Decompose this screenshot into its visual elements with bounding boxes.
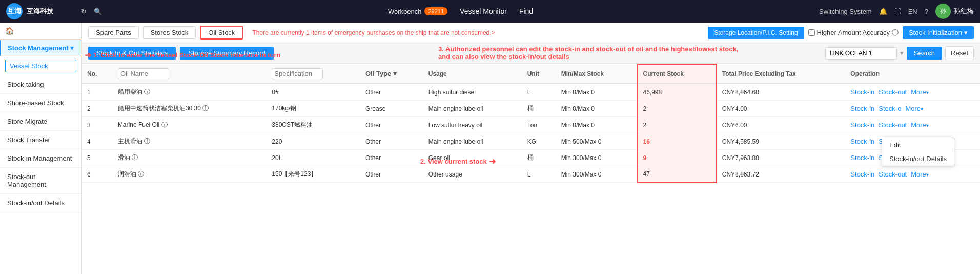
tab-oil-stock[interactable]: Oil Stock bbox=[200, 26, 243, 40]
sidebar-item-stock-out-management[interactable]: Stock-out Management bbox=[0, 168, 81, 194]
cell-no: 3 bbox=[82, 117, 113, 133]
cell-spec: 0# bbox=[267, 84, 360, 101]
stock-out-link[interactable]: Stock-out bbox=[879, 170, 907, 178]
cell-min-max: Min 300/Max 0 bbox=[556, 150, 638, 166]
toolbar-row-1: Spare Parts Stores Stock Oil Stock There… bbox=[82, 23, 980, 43]
tab-spare-parts[interactable]: Spare Parts bbox=[88, 26, 139, 39]
search-button[interactable]: Search bbox=[907, 47, 942, 60]
user-avatar: 孙 bbox=[935, 4, 951, 19]
filter-icon[interactable]: ▾ bbox=[393, 70, 397, 77]
stock-in-link[interactable]: Stock-in bbox=[850, 138, 874, 145]
home-icon[interactable]: 🏠 bbox=[5, 27, 14, 35]
sidebar-item-stock-inout-details[interactable]: Stock-in/out Details bbox=[0, 194, 81, 212]
cell-operation: Stock-in Stock-out More▾ bbox=[845, 84, 980, 101]
more-dropdown-icon: ▾ bbox=[926, 123, 929, 128]
cell-spec: 380CST燃料油 bbox=[267, 117, 360, 133]
storage-location-button[interactable]: Storage Location/P.I.C. Setting bbox=[708, 27, 804, 39]
cell-usage: High sulfur diesel bbox=[423, 84, 522, 101]
shore-based-stock-label: Shore-based Stock bbox=[7, 99, 64, 107]
cell-no: 4 bbox=[82, 133, 113, 150]
cell-total-price: CNY7,963.80 bbox=[717, 150, 846, 166]
stock-in-link[interactable]: Stock-in bbox=[850, 121, 874, 129]
col-operation: Operation bbox=[845, 64, 980, 84]
workbench-label: Workbench bbox=[388, 8, 422, 15]
cell-total-price: CNY8,864.60 bbox=[717, 84, 846, 101]
vessel-monitor-link[interactable]: Vessel Monitor bbox=[460, 7, 507, 15]
chevron-down-icon: ▾ bbox=[70, 44, 74, 52]
more-dropdown: Edit Stock-in/out Details bbox=[882, 138, 954, 166]
dropdown-edit[interactable]: Edit bbox=[882, 138, 954, 152]
stock-in-out-stats-button[interactable]: Stock In & Out Statistics bbox=[88, 47, 176, 60]
col-unit: Unit bbox=[522, 64, 556, 84]
vessel-search-input[interactable] bbox=[825, 47, 897, 60]
refresh-icon[interactable]: ↻ bbox=[81, 8, 87, 15]
stock-out-link[interactable]: Stock-out bbox=[879, 121, 907, 129]
logo-area: 互海 互海科技 bbox=[6, 3, 73, 19]
stock-out-link[interactable]: Stock-o bbox=[879, 105, 901, 112]
reset-button[interactable]: Reset bbox=[945, 46, 974, 60]
col-oil-name bbox=[113, 64, 267, 84]
alert-message: There are currently 1 items of emergency… bbox=[247, 29, 704, 36]
cell-no: 1 bbox=[82, 84, 113, 101]
operation-cell: Stock-in Stock-o More▾ bbox=[850, 105, 975, 112]
more-button[interactable]: More▾ bbox=[911, 88, 929, 96]
tab-stores-stock[interactable]: Stores Stock bbox=[143, 26, 196, 39]
vessel-stock-button[interactable]: Vessel Stock bbox=[5, 60, 76, 72]
search-icon[interactable]: 🔍 bbox=[94, 8, 102, 15]
col-total-price: Total Price Excluding Tax bbox=[717, 64, 846, 84]
stock-out-link[interactable]: Stock-out bbox=[879, 88, 907, 96]
stock-in-link[interactable]: Stock-in bbox=[850, 105, 874, 112]
more-button[interactable]: More▾ bbox=[911, 170, 929, 178]
sidebar-item-store-migrate[interactable]: Store Migrate bbox=[0, 112, 81, 131]
workbench-link[interactable]: Workbench 29211 bbox=[388, 7, 447, 15]
cell-spec: 20L bbox=[267, 150, 360, 166]
cell-current-stock: 47 bbox=[638, 166, 717, 183]
stock-init-label: Stock Initialization bbox=[909, 29, 962, 36]
sidebar-item-shore-based-stock[interactable]: Shore-based Stock bbox=[0, 94, 81, 112]
chevron-down-icon[interactable]: ▾ bbox=[900, 49, 904, 57]
nav-right: Switching System 🔔 ⛶ EN ? 孙 孙红梅 bbox=[819, 4, 974, 19]
switching-system[interactable]: Switching System bbox=[819, 8, 872, 15]
col-specification bbox=[267, 64, 360, 84]
higher-amount-accuracy-checkbox[interactable]: Higher Amount Accuracy ⓘ bbox=[808, 28, 899, 37]
lang-selector[interactable]: EN bbox=[908, 8, 917, 15]
help-icon[interactable]: ? bbox=[925, 8, 928, 15]
logo-text: 互海科技 bbox=[27, 7, 53, 16]
stock-in-link[interactable]: Stock-in bbox=[850, 170, 874, 178]
oil-name-filter[interactable] bbox=[118, 68, 169, 79]
cell-oil-name: Marine Fuel Oil ⓘ bbox=[113, 117, 267, 133]
cell-spec: 150【来号123】 bbox=[267, 166, 360, 183]
stock-in-link[interactable]: Stock-in bbox=[850, 88, 874, 96]
table-row: 6 润滑油 ⓘ 150【来号123】 Other Other usage L M… bbox=[82, 166, 980, 183]
cell-oil-type: Grease bbox=[360, 101, 423, 117]
sidebar-item-stock-in-management[interactable]: Stock-in Management bbox=[0, 149, 81, 168]
table-header-row: No. Oil Type ▾ Usage bbox=[82, 64, 980, 84]
fullscreen-icon[interactable]: ⛶ bbox=[894, 8, 901, 15]
storage-summary-button[interactable]: Storage Summary Record bbox=[180, 47, 273, 60]
col-current-stock: Current Stock bbox=[638, 64, 717, 84]
cell-current-stock: 46,998 bbox=[638, 84, 717, 101]
more-button[interactable]: More▾ bbox=[911, 121, 929, 129]
sidebar-item-stock-management[interactable]: Stock Management ▾ bbox=[0, 40, 81, 56]
specification-filter[interactable] bbox=[272, 68, 323, 79]
sidebar-item-stock-transfer[interactable]: Stock Transfer bbox=[0, 131, 81, 149]
table-row: 3 Marine Fuel Oil ⓘ 380CST燃料油 Other Low … bbox=[82, 117, 980, 133]
cell-usage: Other usage bbox=[423, 166, 522, 183]
user-name: 孙红梅 bbox=[954, 7, 974, 16]
stock-inout-details-label: Stock-in/out Details bbox=[7, 199, 65, 207]
dropdown-stock-inout-details[interactable]: Stock-in/out Details bbox=[882, 152, 954, 166]
find-link[interactable]: Find bbox=[519, 7, 533, 15]
sidebar-item-stock-taking[interactable]: Stock-taking bbox=[0, 75, 81, 94]
chevron-down-icon: ▾ bbox=[964, 29, 968, 36]
cell-unit: L bbox=[522, 84, 556, 101]
stock-in-link[interactable]: Stock-in bbox=[850, 154, 874, 162]
stock-initialization-button[interactable]: Stock Initialization ▾ bbox=[903, 26, 974, 39]
higher-amount-checkbox-input[interactable] bbox=[808, 29, 815, 36]
cell-spec: 220 bbox=[267, 133, 360, 150]
store-migrate-label: Store Migrate bbox=[7, 118, 47, 125]
more-button[interactable]: More▾ bbox=[905, 105, 923, 112]
cell-usage: Gear oil bbox=[423, 150, 522, 166]
notification-icon[interactable]: 🔔 bbox=[879, 8, 887, 15]
cell-oil-type: Other bbox=[360, 166, 423, 183]
more-dropdown-icon: ▾ bbox=[926, 90, 929, 95]
